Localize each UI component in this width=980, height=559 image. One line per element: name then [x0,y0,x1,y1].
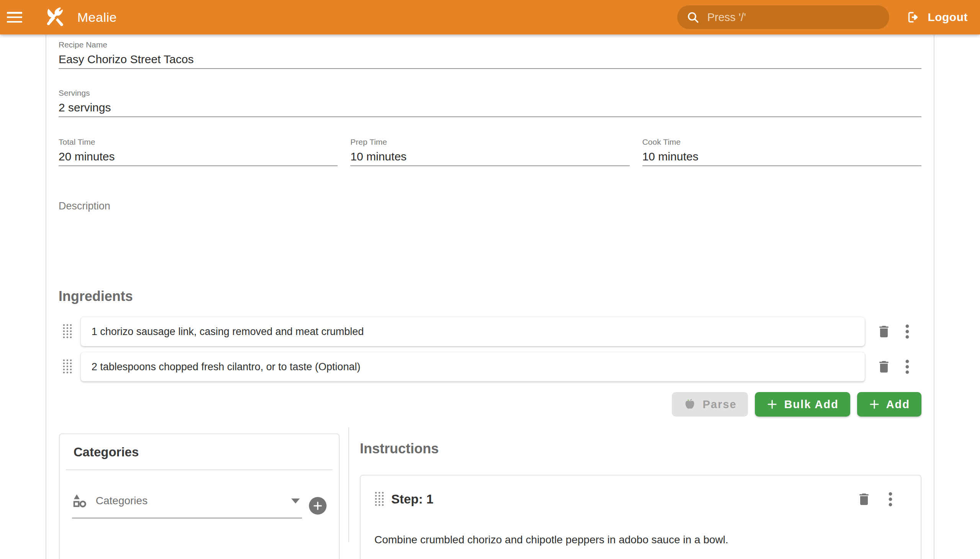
delete-ingredient-button[interactable] [876,358,892,375]
add-category-button[interactable] [309,497,327,514]
categories-card: Categories Categories [59,433,340,559]
menu-button[interactable] [0,0,29,35]
recipe-name-label: Recipe Name [59,40,921,50]
prep-time-label: Prep Time [350,137,630,147]
description-field[interactable]: Description [59,200,921,273]
bulk-add-button[interactable]: Bulk Add [755,392,850,417]
search-bar[interactable] [677,5,889,29]
drag-handle-icon[interactable] [63,359,72,375]
search-input[interactable] [706,11,880,24]
servings-input[interactable] [59,98,921,116]
app-title: Mealie [77,10,117,25]
add-ingredient-button[interactable]: Add [857,392,921,417]
ingredient-input-card [81,352,865,381]
delete-ingredient-button[interactable] [876,323,892,340]
recipe-editor-card: Recipe Name Servings Total Time Prep Tim… [46,35,934,559]
ingredient-input[interactable] [81,326,865,338]
logout-icon [906,10,920,24]
categories-divider [66,470,333,470]
ingredient-row [59,352,921,381]
bulk-add-button-label: Bulk Add [784,398,838,411]
total-time-input[interactable] [59,147,338,165]
delete-step-button[interactable] [856,491,873,508]
ingredients-heading: Ingredients [59,289,921,304]
categories-select-label: Categories [96,495,291,507]
instructions-column: Instructions [349,427,921,542]
recipe-name-input[interactable] [59,50,921,68]
step-card: Step: 1 Combine crumbled chorizo and chi… [360,475,921,559]
cook-time-label: Cook Time [642,137,921,147]
categories-card-title: Categories [73,444,327,460]
app-header: Mealie Logout [0,0,980,35]
prep-time-input[interactable] [350,147,630,165]
step-menu-button[interactable] [885,491,896,508]
ingredient-menu-button[interactable] [902,323,913,340]
categories-column: Categories Categories [59,427,349,542]
plus-icon [767,399,778,410]
hamburger-icon [7,12,22,23]
parse-button[interactable]: Parse [672,392,748,417]
plus-icon [869,399,880,410]
servings-label: Servings [59,88,921,98]
logout-label: Logout [927,11,968,24]
ingredients-list [59,317,921,381]
cook-time-field: Cook Time [642,137,921,166]
bottom-section: Categories Categories [59,427,921,542]
step-title: Step: 1 [391,492,433,506]
ingredient-menu-button[interactable] [902,358,913,375]
ingredient-input-card [81,317,865,346]
logout-button[interactable]: Logout [906,10,968,24]
shapes-icon [72,493,87,508]
ingredients-actions: Parse Bulk Add Add [59,392,921,417]
chevron-down-icon [291,498,300,503]
drag-handle-icon[interactable] [374,491,384,507]
mealie-logo-icon [44,6,67,29]
instructions-heading: Instructions [360,441,921,456]
categories-select[interactable]: Categories [72,493,302,518]
step-text[interactable]: Combine crumbled chorizo and chipotle pe… [374,532,907,547]
apple-icon [683,398,696,411]
cook-time-input[interactable] [642,147,921,165]
search-icon [686,11,699,24]
total-time-field: Total Time [59,137,338,166]
recipe-name-field: Recipe Name [59,40,921,69]
description-label: Description [59,200,110,212]
parse-button-label: Parse [702,398,737,411]
servings-field: Servings [59,88,921,117]
ingredient-input[interactable] [81,361,865,373]
total-time-label: Total Time [59,137,338,147]
drag-handle-icon[interactable] [63,324,72,340]
add-button-label: Add [886,398,910,411]
ingredient-row [59,317,921,346]
prep-time-field: Prep Time [350,137,630,166]
times-row: Total Time Prep Time Cook Time [59,137,921,166]
